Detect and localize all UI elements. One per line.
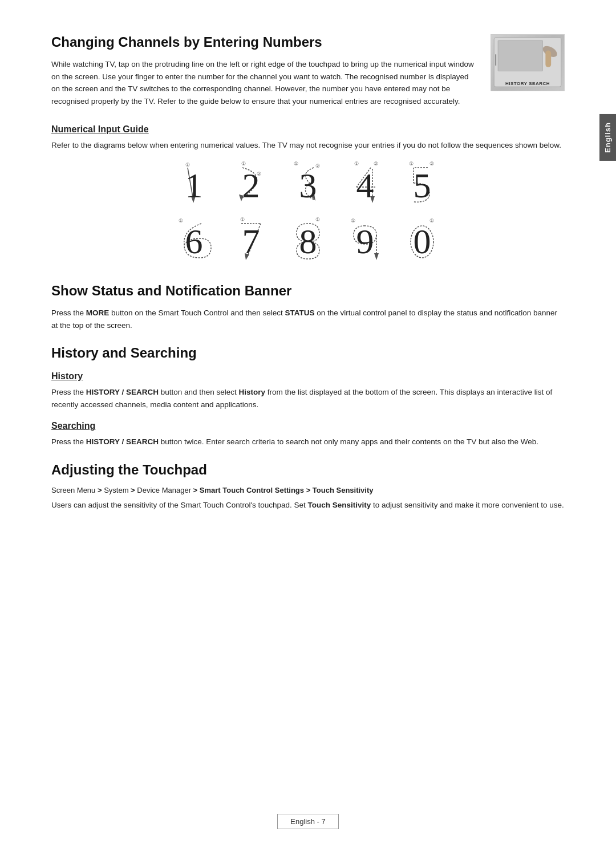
section-changing-channels-body: While watching TV, tap on the protruding… xyxy=(51,58,479,107)
touchpad-image: HISTORY SEARCH xyxy=(491,34,565,91)
footer-label: English - 7 xyxy=(290,817,325,826)
svg-rect-1 xyxy=(498,40,542,71)
menu-path: Screen Menu > System > Device Manager > … xyxy=(51,486,565,494)
section-changing-channels: Changing Channels by Entering Numbers Wh… xyxy=(51,34,565,269)
svg-text:①: ① xyxy=(351,218,355,224)
digit-9: ① 9 xyxy=(339,213,391,265)
numbers-row-1: ① 1 ① ② 2 xyxy=(168,157,448,209)
digit-8: ① 8 xyxy=(282,213,334,265)
svg-text:①: ① xyxy=(294,161,298,167)
status-label: STATUS xyxy=(285,309,314,317)
side-tab: English xyxy=(599,114,616,161)
section-changing-channels-header: Changing Channels by Entering Numbers Wh… xyxy=(51,34,565,113)
svg-marker-32 xyxy=(374,253,379,260)
more-label: MORE xyxy=(86,309,110,317)
numerical-input-body: Refer to the diagrams below when enterin… xyxy=(51,139,565,152)
searching-button-label: HISTORY / SEARCH xyxy=(86,437,159,446)
digit-4: ① ② 4 xyxy=(339,157,391,209)
touchpad-label: HISTORY SEARCH xyxy=(505,81,550,86)
touchpad-image-inner: HISTORY SEARCH xyxy=(491,35,564,91)
numbers-grid: ① 1 ① ② 2 xyxy=(51,157,565,269)
section-changing-channels-text: Changing Channels by Entering Numbers Wh… xyxy=(51,34,479,113)
svg-text:②: ② xyxy=(374,161,378,167)
svg-rect-3 xyxy=(545,50,551,67)
numerical-input-guide: Numerical Input Guide Refer to the diagr… xyxy=(51,124,565,269)
digit-6: ① 6 xyxy=(168,213,220,265)
searching-body: Press the HISTORY / SEARCH button twice.… xyxy=(51,436,565,448)
footer-box: English - 7 xyxy=(277,814,338,829)
digit-2: ① ② 2 xyxy=(225,157,277,209)
menu-path-system: System xyxy=(104,486,128,494)
digit-3: ① ② 3 xyxy=(282,157,334,209)
numbers-row-2: ① 6 ① 7 xyxy=(168,213,448,265)
history-bold: History xyxy=(238,388,265,396)
history-subtitle: History xyxy=(51,371,565,382)
digit-0: ① 0 xyxy=(396,213,448,265)
menu-path-smarttouch: Smart Touch Control Settings xyxy=(200,486,304,494)
digit-7: ① 7 xyxy=(225,213,277,265)
section-history-searching-title: History and Searching xyxy=(51,345,565,361)
side-tab-label: English xyxy=(603,122,612,153)
adjusting-body: Users can adjust the sensitivity of the … xyxy=(51,499,565,512)
touch-sensitivity-label: Touch Sensitivity xyxy=(308,501,371,509)
menu-path-devicemanager: Device Manager xyxy=(137,486,191,494)
menu-path-touchsensitivity: Touch Sensitivity xyxy=(313,486,374,494)
section-adjusting-touchpad: Adjusting the Touchpad Screen Menu > Sys… xyxy=(51,462,565,512)
searching-subtitle: Searching xyxy=(51,421,565,431)
section-show-status-body: Press the MORE button on the Smart Touch… xyxy=(51,307,565,331)
section-history-searching: History and Searching History Press the … xyxy=(51,345,565,448)
page-container: English Changing Channels by Entering Nu… xyxy=(0,0,616,852)
section-adjusting-touchpad-title: Adjusting the Touchpad xyxy=(51,462,565,478)
history-button-label: HISTORY / SEARCH xyxy=(86,388,159,396)
numerical-input-subtitle: Numerical Input Guide xyxy=(51,124,565,135)
menu-path-screenmenu: Screen Menu xyxy=(51,486,95,494)
section-show-status-title: Show Status and Notification Banner xyxy=(51,283,565,299)
svg-text:①: ① xyxy=(179,218,183,224)
digit-5: ① ② 5 xyxy=(396,157,448,209)
section-changing-channels-title: Changing Channels by Entering Numbers xyxy=(51,34,479,50)
history-body: Press the HISTORY / SEARCH button and th… xyxy=(51,386,565,411)
footer: English - 7 xyxy=(0,814,616,829)
digit-1: ① 1 xyxy=(168,157,220,209)
section-show-status: Show Status and Notification Banner Pres… xyxy=(51,283,565,331)
